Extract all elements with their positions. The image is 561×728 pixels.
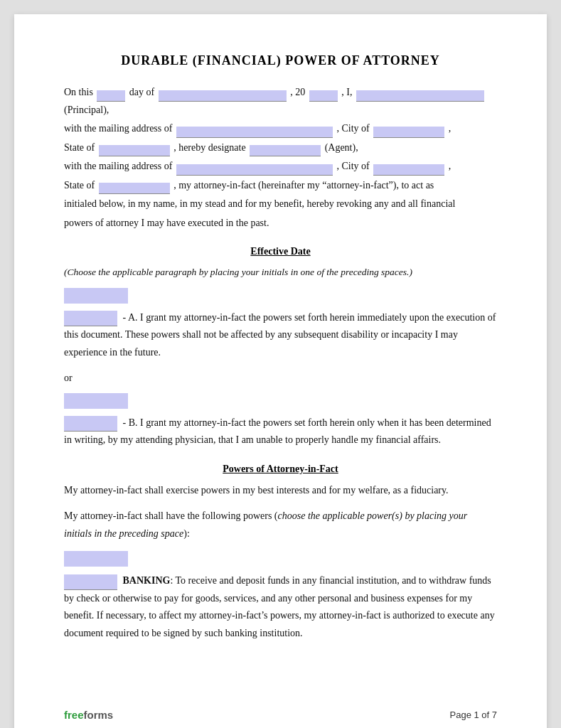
brand-logo: freeforms [64, 709, 113, 721]
intro-line7: powers of attorney I may have executed i… [64, 218, 269, 228]
intro-attorney-suffix: , my attorney-in-fact (hereinafter my “a… [173, 180, 434, 191]
intro-city2: , City of [336, 161, 369, 171]
initials-field-b[interactable] [64, 416, 117, 432]
intro-i: , I, [341, 87, 352, 97]
brand-free: free [64, 709, 84, 721]
powers-line1: My attorney-in-fact shall exercise power… [64, 482, 497, 500]
initials-box-b-top[interactable] [64, 393, 128, 409]
intro-on-this: On this [64, 87, 93, 97]
document-title: DURABLE (FINANCIAL) POWER OF ATTORNEY [64, 53, 497, 68]
initials-field-banking[interactable] [64, 574, 117, 590]
agent-state-field[interactable] [99, 183, 170, 194]
intro-year-prefix: , 20 [290, 87, 305, 97]
document-page: DURABLE (FINANCIAL) POWER OF ATTORNEY On… [14, 14, 547, 728]
intro-designate: , hereby designate [173, 142, 245, 153]
principal-address-field[interactable] [176, 127, 333, 138]
agent-city-field[interactable] [373, 164, 444, 176]
agent-name-field[interactable] [250, 145, 321, 156]
intro-state2-label: State of [64, 180, 95, 191]
intro-day-of: day of [129, 87, 154, 97]
principal-name-field[interactable] [356, 90, 484, 102]
effective-date-heading: Effective Date [64, 246, 497, 257]
initials-box-banking-top[interactable] [64, 551, 128, 567]
intro-state1-label: State of [64, 142, 95, 153]
initials-field-a[interactable] [64, 311, 117, 326]
agent-address-field[interactable] [176, 164, 333, 176]
powers-line2-prefix: My attorney-in-fact shall have the follo… [64, 510, 278, 521]
document-footer: freeforms Page 1 of 7 [64, 709, 497, 721]
initials-box-a-top[interactable] [64, 288, 128, 304]
principal-city-field[interactable] [373, 127, 444, 138]
year-field[interactable] [309, 90, 338, 102]
banking-label: BANKING [123, 575, 171, 586]
intro-mailing2: with the mailing address of [64, 161, 172, 171]
principal-state-field[interactable] [99, 145, 170, 156]
intro-line6: initialed below, in my name, in my stead… [64, 198, 455, 209]
powers-line2-suffix: ): [183, 528, 190, 539]
month-field[interactable] [159, 90, 287, 102]
effective-date-instruction: (Choose the applicable paragraph by plac… [64, 264, 497, 281]
brand-forms: forms [84, 709, 114, 721]
intro-principal: (Principal), [64, 105, 109, 115]
option-a-label: - A. [123, 312, 138, 323]
or-separator: or [64, 370, 497, 387]
intro-agent: (Agent), [325, 142, 358, 153]
day-field[interactable] [97, 90, 125, 102]
intro-city1: , City of [336, 123, 369, 134]
option-b-label: - B. [123, 417, 138, 428]
page-number: Page 1 of 7 [450, 710, 498, 720]
powers-heading: Powers of Attorney-in-Fact [64, 464, 497, 475]
intro-mailing1: with the mailing address of [64, 123, 172, 134]
